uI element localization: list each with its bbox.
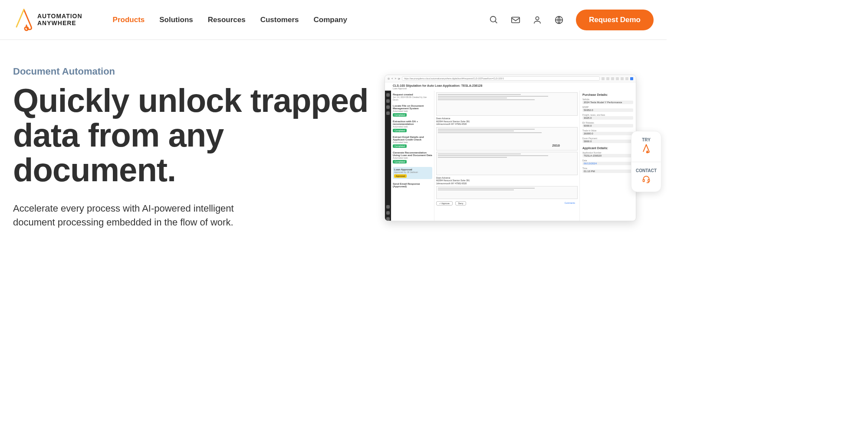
- floating-cta: TRY CONTACT: [631, 131, 661, 192]
- svg-line-2: [495, 21, 497, 23]
- step-locate-file: Locate File on Document Management Syste…: [393, 104, 432, 117]
- logo-mark-icon: [13, 8, 35, 32]
- hero-eyebrow: Document Automation: [13, 66, 376, 77]
- browser-chrome: <>⟳ https://ae-pnorgdemo.cloud.automatio…: [385, 75, 636, 82]
- headset-icon: [633, 175, 659, 186]
- svg-point-4: [536, 16, 539, 20]
- case-title: CLS-103 Stipulation for Auto Loan Applic…: [393, 84, 633, 87]
- step-request-created: Request createdJun 14, 2024 08:06 Create…: [393, 93, 432, 101]
- step-send-email: Send Email Response (Approved): [393, 183, 432, 188]
- user-icon[interactable]: [533, 15, 542, 25]
- logo-text: AUTOMATION ANYWHERE: [37, 13, 82, 26]
- document-preview: Dean AdvanceM2094 Hancock Stanton Suite …: [434, 91, 579, 221]
- search-icon[interactable]: [489, 15, 499, 25]
- case-subtitle: Loan Approval: [393, 87, 633, 90]
- header-utilities: Request Demo: [489, 10, 654, 30]
- svg-rect-3: [512, 17, 519, 23]
- logo-mark-small-icon: [633, 144, 659, 156]
- hero-section: Document Automation Quickly unlock trapp…: [0, 40, 667, 247]
- deny-button[interactable]: Deny: [455, 201, 467, 206]
- request-demo-button[interactable]: Request Demo: [576, 10, 654, 30]
- comments-link[interactable]: Comments: [562, 201, 578, 206]
- primary-nav: Products Solutions Resources Customers C…: [113, 16, 347, 24]
- browser-url: https://ae-pnorgdemo.cloud.automationany…: [402, 76, 600, 81]
- site-header: AUTOMATION ANYWHERE Products Solutions R…: [0, 0, 667, 40]
- svg-rect-8: [648, 180, 649, 182]
- globe-icon[interactable]: [554, 15, 564, 25]
- nav-resources[interactable]: Resources: [208, 16, 246, 24]
- svg-rect-7: [643, 180, 644, 182]
- svg-point-0: [25, 27, 28, 30]
- hero-subhead: Accelerate every process with AI-powered…: [13, 202, 256, 229]
- logo[interactable]: AUTOMATION ANYWHERE: [13, 8, 82, 32]
- workflow-steps: Request createdJun 14, 2024 08:06 Create…: [391, 91, 434, 221]
- nav-customers[interactable]: Customers: [260, 16, 299, 24]
- app-rail: [385, 91, 391, 221]
- mail-icon[interactable]: [511, 15, 520, 25]
- step-credit-check: Extract Email Details and Applicant Cred…: [393, 136, 432, 148]
- nav-company[interactable]: Company: [313, 16, 347, 24]
- details-panel: Purchase Details: Vehicle2024 Tesla Mode…: [579, 91, 636, 221]
- float-try-button[interactable]: TRY: [631, 131, 661, 162]
- approve-button[interactable]: ✓ Approve: [436, 201, 453, 206]
- float-contact-button[interactable]: CONTACT: [631, 162, 661, 192]
- step-loan-approval: Loan ApprovalApproved by Jill JacksonApp…: [393, 167, 432, 179]
- svg-point-1: [490, 16, 496, 22]
- hero-headline: Quickly unlock trapped data from any doc…: [13, 83, 376, 187]
- nav-products[interactable]: Products: [113, 16, 145, 24]
- step-extraction: Extraction with DA + recommendationAutom…: [393, 120, 432, 132]
- step-recommendation: Generate Recommendation Using Loan and D…: [393, 151, 432, 163]
- product-screenshot: <>⟳ https://ae-pnorgdemo.cloud.automatio…: [385, 75, 636, 221]
- nav-solutions[interactable]: Solutions: [159, 16, 193, 24]
